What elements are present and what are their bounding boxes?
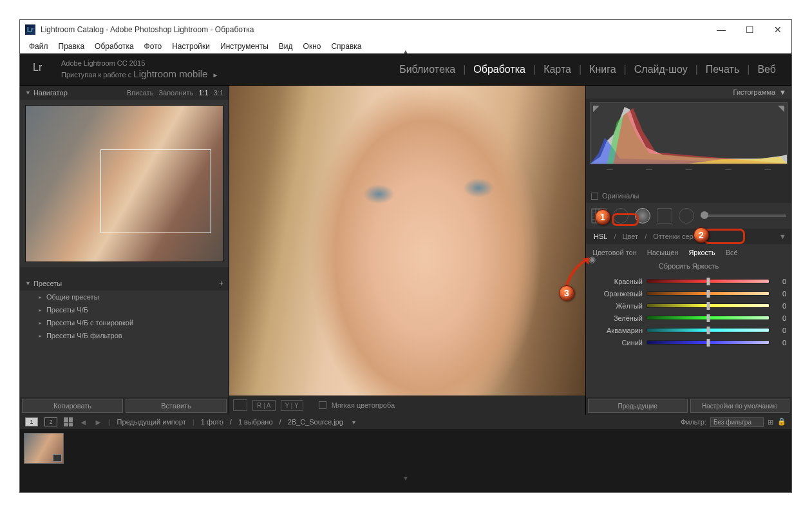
module-Веб[interactable]: Веб — [755, 62, 779, 77]
module-Библиотека[interactable]: Библиотека — [397, 62, 458, 77]
menu-Окно[interactable]: Окно — [299, 41, 325, 52]
slider-track[interactable] — [647, 303, 770, 308]
nav-zoom-Заполнить[interactable]: Заполнить — [158, 89, 193, 97]
slider-row-Зелёный: Зелёный0 — [591, 312, 786, 324]
minimize-button[interactable]: — — [713, 23, 730, 36]
menu-Инструменты[interactable]: Инструменты — [216, 41, 272, 52]
menu-Справка[interactable]: Справка — [327, 41, 365, 52]
nav-back-icon[interactable]: ◄ — [79, 417, 88, 427]
hsl-tab-HSL[interactable]: HSL — [591, 231, 610, 242]
subtab-Насыщен[interactable]: Насыщен — [643, 247, 683, 258]
preset-folder[interactable]: Пресеты Ч/Б фильтров — [20, 329, 229, 342]
maximize-button[interactable]: ☐ — [741, 23, 758, 36]
slider-value[interactable]: 0 — [773, 314, 786, 322]
thumbnail[interactable] — [24, 433, 64, 464]
menu-Фото[interactable]: Фото — [140, 41, 166, 52]
preset-folder[interactable]: Общие пресеты — [20, 291, 229, 303]
menu-Обработка[interactable]: Обработка — [91, 41, 138, 52]
originals-checkbox[interactable] — [591, 193, 598, 200]
paste-button[interactable]: Вставить — [126, 399, 227, 413]
collapse-bottom-icon[interactable]: ▼ — [20, 475, 791, 482]
slider-thumb[interactable] — [706, 339, 710, 347]
nav-fwd-icon[interactable]: ► — [94, 417, 102, 427]
slider-thumb[interactable] — [706, 327, 710, 334]
collapse-top-icon[interactable]: ▲ — [403, 48, 409, 55]
slider-thumb[interactable] — [706, 314, 710, 322]
module-Обработка[interactable]: Обработка — [471, 62, 528, 77]
collapse-icon: ▼ — [25, 280, 31, 287]
originals-row[interactable]: Оригиналы — [586, 189, 791, 203]
slider-track[interactable] — [647, 291, 770, 296]
slider-thumb[interactable] — [706, 290, 710, 298]
slider-thumb[interactable] — [706, 278, 710, 285]
copy-button[interactable]: Копировать — [22, 399, 123, 413]
shadow-clip-icon[interactable] — [593, 106, 600, 112]
highlight-clip-icon[interactable] — [778, 106, 784, 112]
menu-Вид[interactable]: Вид — [275, 41, 297, 52]
grid-view-icon[interactable] — [64, 417, 73, 426]
tool-size-slider[interactable] — [701, 214, 786, 217]
close-button[interactable]: ✕ — [770, 23, 786, 36]
compare-before-after-button[interactable]: R | A — [252, 400, 276, 411]
histogram-header[interactable]: Гистограмма ▼ — [586, 86, 791, 99]
lightroom-logo: Lr — [33, 62, 52, 77]
second-window-icon[interactable]: 2 — [44, 417, 57, 426]
module-Слайд-шоу[interactable]: Слайд-шоу — [632, 62, 690, 77]
menu-Настройки[interactable]: Настройки — [168, 41, 214, 52]
slider-track[interactable] — [647, 316, 770, 320]
nav-zoom-3:1[interactable]: 3:1 — [214, 89, 223, 97]
module-Карта[interactable]: Карта — [541, 62, 574, 77]
navigator-preview[interactable] — [20, 100, 229, 267]
menu-Файл[interactable]: Файл — [25, 41, 52, 52]
add-preset-icon[interactable]: + — [219, 279, 223, 288]
module-Книга[interactable]: Книга — [587, 62, 618, 77]
slider-thumb[interactable] — [706, 302, 710, 310]
presets-list: Общие пресетыПресеты Ч/БПресеты Ч/Б с то… — [20, 291, 229, 397]
main-window-icon[interactable]: 1 — [25, 417, 38, 426]
grad-filter-tool[interactable] — [657, 208, 672, 224]
filename-chevron-icon[interactable]: ▾ — [352, 419, 355, 426]
navigator-crop-box[interactable] — [100, 149, 211, 234]
nav-zoom-1:1[interactable]: 1:1 — [198, 89, 208, 97]
softproof-checkbox[interactable] — [319, 401, 326, 409]
reset-luminance[interactable]: Сбросить Яркость — [586, 261, 791, 274]
menu-Правка[interactable]: Правка — [55, 41, 89, 52]
slider-value[interactable]: 0 — [773, 302, 786, 310]
radial-filter-tool[interactable] — [679, 208, 694, 224]
presets-header[interactable]: ▼ Пресеты + — [20, 276, 229, 291]
nav-zoom-Вписать[interactable]: Вписать — [127, 89, 154, 97]
current-filename[interactable]: 2B_C_Source.jpg — [288, 418, 343, 426]
subtab-Всё[interactable]: Всё — [722, 247, 742, 258]
source-label[interactable]: Предыдущий импорт — [117, 418, 186, 426]
slider-track[interactable] — [647, 279, 770, 283]
view-mode-loupe[interactable] — [233, 399, 247, 411]
selected-count: 1 выбрано — [238, 418, 273, 426]
module-Печать[interactable]: Печать — [703, 62, 742, 77]
hsl-tab-Цвет[interactable]: Цвет — [619, 231, 641, 242]
filter-select[interactable]: Без фильтра — [710, 417, 764, 427]
left-buttons: Копировать Вставить — [20, 397, 229, 415]
preset-folder[interactable]: Пресеты Ч/Б с тонировкой — [20, 316, 229, 329]
subtab-Яркость[interactable]: Яркость — [685, 247, 719, 258]
slider-value[interactable]: 0 — [773, 278, 786, 285]
defaults-button[interactable]: Настройки по умолчанию — [690, 399, 790, 413]
collapse-icon[interactable]: ▼ — [779, 233, 786, 240]
preset-folder[interactable]: Пресеты Ч/Б — [20, 303, 229, 316]
slider-value[interactable]: 0 — [773, 339, 786, 347]
filter-lock-icon[interactable]: 🔒 — [777, 417, 786, 426]
slider-track[interactable] — [647, 328, 770, 332]
navigator-header[interactable]: ▼ Навигатор ВписатьЗаполнить1:13:1 — [20, 86, 229, 100]
hsl-subtab-row: Цветовой тонНасыщенЯркостьВсё — [586, 244, 791, 261]
histogram-graph[interactable] — [590, 102, 788, 164]
slider-track[interactable] — [647, 340, 770, 345]
filter-switch-icon[interactable]: ⊞ — [768, 418, 773, 426]
previous-button[interactable]: Предыдущие — [588, 399, 688, 413]
brand-chevron-icon[interactable]: ► — [212, 71, 218, 79]
filmstrip-bar: 1 2 ◄ ► | Предыдущий импорт | 1 фото / 1… — [20, 415, 791, 429]
brand-prefix: Приступая к работе с — [61, 71, 133, 79]
slider-value[interactable]: 0 — [773, 327, 786, 334]
compare-yy-button[interactable]: Y | Y — [281, 400, 303, 411]
brand-mobile: Lightroom mobile — [133, 68, 207, 79]
slider-value[interactable]: 0 — [773, 290, 786, 298]
image-canvas[interactable] — [229, 86, 585, 395]
